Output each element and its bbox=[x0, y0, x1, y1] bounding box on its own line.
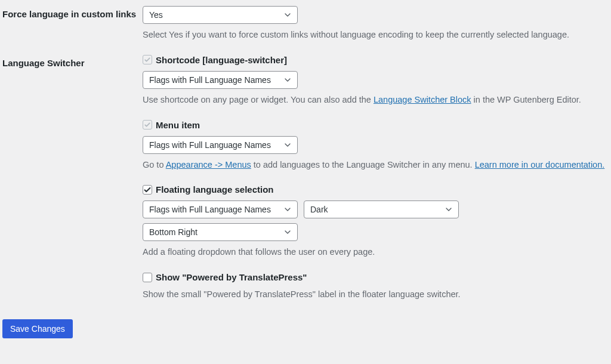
floating-select-position[interactable]: Bottom Right bbox=[143, 223, 298, 241]
force-language-select[interactable]: Yes bbox=[143, 6, 298, 24]
shortcode-select[interactable]: Flags with Full Language Names bbox=[143, 71, 298, 89]
poweredby-checkbox[interactable] bbox=[143, 273, 152, 282]
floating-select-style[interactable]: Flags with Full Language Names bbox=[143, 200, 298, 218]
floating-select-color[interactable]: Dark bbox=[304, 200, 459, 218]
shortcode-checkbox-disabled bbox=[143, 55, 152, 64]
select-value: Flags with Full Language Names bbox=[149, 75, 271, 85]
chevron-down-icon bbox=[283, 140, 292, 150]
menuitem-block: Menu item Flags with Full Language Names… bbox=[143, 120, 606, 172]
select-value: Bottom Right bbox=[149, 227, 198, 237]
select-value: Yes bbox=[149, 10, 163, 20]
floating-desc: Add a floating dropdown that follows the… bbox=[143, 246, 606, 259]
shortcode-desc: Use shortcode on any page or widget. You… bbox=[143, 94, 606, 107]
settings-table: Force language in custom links Yes Selec… bbox=[2, 2, 606, 313]
poweredby-label: Show "Powered by TranslatePress" bbox=[156, 272, 307, 282]
save-button[interactable]: Save Changes bbox=[2, 319, 73, 338]
label-text: Force language in custom links bbox=[2, 9, 136, 19]
learn-more-link[interactable]: Learn more in our documentation. bbox=[475, 160, 605, 169]
language-switcher-block-link[interactable]: Language Switcher Block bbox=[374, 95, 471, 104]
menuitem-label: Menu item bbox=[156, 120, 200, 130]
menuitem-select[interactable]: Flags with Full Language Names bbox=[143, 136, 298, 154]
menuitem-desc: Go to Appearance -> Menus to add languag… bbox=[143, 159, 606, 172]
desc-text: Go to bbox=[143, 160, 166, 169]
appearance-menus-link[interactable]: Appearance -> Menus bbox=[166, 160, 251, 169]
poweredby-desc: Show the small "Powered by TranslatePres… bbox=[143, 288, 606, 301]
poweredby-block: Show "Powered by TranslatePress" Show th… bbox=[143, 272, 606, 301]
chevron-down-icon bbox=[283, 75, 292, 85]
select-value: Flags with Full Language Names bbox=[149, 140, 271, 150]
shortcode-block: Shortcode [language-switcher] Flags with… bbox=[143, 55, 606, 107]
floating-checkbox[interactable] bbox=[143, 185, 152, 195]
floating-label: Floating language selection bbox=[156, 184, 274, 195]
chevron-down-icon bbox=[444, 205, 453, 214]
shortcode-label: Shortcode [language-switcher] bbox=[156, 55, 287, 65]
force-language-desc: Select Yes if you want to force custom l… bbox=[143, 29, 606, 42]
select-value: Flags with Full Language Names bbox=[149, 205, 271, 214]
language-switcher-label: Language Switcher bbox=[2, 51, 143, 313]
desc-text: in the WP Gutenberg Editor. bbox=[471, 95, 581, 104]
desc-text: to add languages to the Language Switche… bbox=[251, 160, 475, 169]
floating-block: Floating language selection Flags with F… bbox=[143, 184, 606, 259]
chevron-down-icon bbox=[283, 227, 292, 237]
chevron-down-icon bbox=[283, 205, 292, 214]
force-language-label: Force language in custom links bbox=[2, 2, 143, 51]
select-value: Dark bbox=[310, 205, 328, 214]
label-text: Language Switcher bbox=[2, 58, 85, 68]
desc-text: Use shortcode on any page or widget. You… bbox=[143, 95, 374, 104]
chevron-down-icon bbox=[283, 10, 292, 20]
menuitem-checkbox-disabled bbox=[143, 120, 152, 129]
